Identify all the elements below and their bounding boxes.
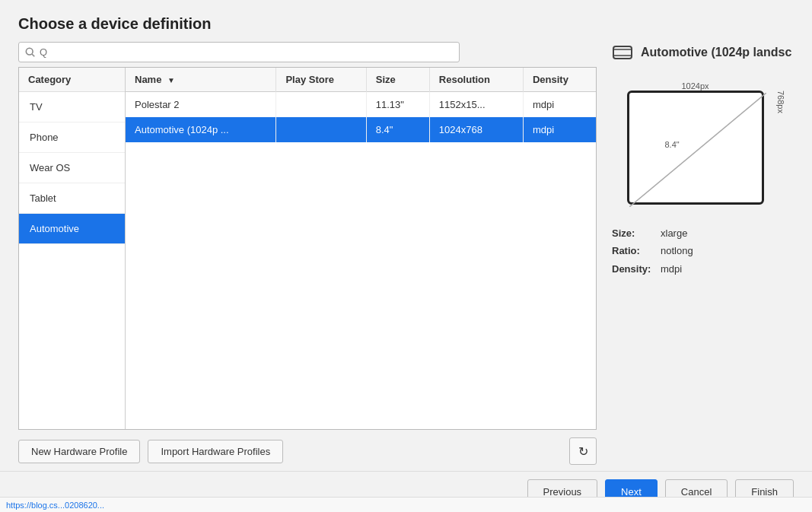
- search-bar: [18, 42, 460, 62]
- spec-ratio-row: Ratio: notlong: [612, 242, 794, 259]
- dialog-title: Choose a device definition: [0, 0, 812, 42]
- spec-ratio-label: Ratio:: [612, 242, 658, 259]
- left-panel: Category TV Phone Wear OS Tablet Automot…: [18, 42, 597, 471]
- spec-density-value: mdpi: [661, 260, 682, 278]
- table-row[interactable]: Polestar 2 11.13" 1152x15... mdpi: [126, 92, 596, 118]
- cell-play-store: [276, 117, 366, 142]
- svg-line-5: [629, 93, 766, 207]
- svg-rect-2: [613, 46, 632, 59]
- cell-size: 8.4": [366, 117, 429, 142]
- refresh-icon: ↻: [578, 444, 588, 459]
- cell-name: Polestar 2: [126, 92, 276, 118]
- cell-density: mdpi: [523, 117, 596, 142]
- sidebar-item-tv[interactable]: TV: [19, 92, 125, 122]
- spec-size-row: Size: xlarge: [612, 224, 794, 242]
- spec-ratio-value: notlong: [661, 242, 693, 259]
- device-preview-title: Automotive (1024p landsc: [612, 42, 794, 63]
- col-header-size[interactable]: Size: [366, 68, 429, 92]
- category-header: Category: [19, 68, 125, 92]
- svg-line-1: [32, 54, 34, 56]
- bottom-actions: New Hardware Profile Import Hardware Pro…: [18, 430, 597, 471]
- dim-height-label: 768px: [776, 91, 785, 205]
- cell-density: mdpi: [523, 92, 596, 118]
- cell-size: 11.13": [366, 92, 429, 118]
- sidebar-item-tablet[interactable]: Tablet: [19, 183, 125, 214]
- url-text: https://blog.cs...0208620...: [6, 501, 104, 510]
- cell-resolution: 1024x768: [429, 117, 523, 142]
- dim-diagonal-label: 8.4": [665, 140, 680, 149]
- col-header-density[interactable]: Density: [523, 68, 596, 92]
- spec-density-row: Density: mdpi: [612, 260, 794, 278]
- new-hardware-profile-button[interactable]: New Hardware Profile: [18, 440, 140, 463]
- right-panel: Automotive (1024p landsc 1024px 768px 8.…: [597, 42, 794, 471]
- sidebar-item-automotive[interactable]: Automotive: [19, 214, 125, 244]
- device-preview-icon: [612, 42, 633, 63]
- search-input[interactable]: [40, 46, 453, 58]
- device-frame: [627, 91, 764, 205]
- spec-size-label: Size:: [612, 224, 658, 242]
- device-diagonal-line: [629, 93, 766, 207]
- table-row[interactable]: Automotive (1024p ... 8.4" 1024x768 mdpi: [126, 117, 596, 142]
- spec-density-label: Density:: [612, 260, 658, 278]
- device-specs: Size: xlarge Ratio: notlong Density: mdp…: [612, 224, 794, 278]
- col-header-play-store[interactable]: Play Store: [276, 68, 366, 92]
- device-table-wrap: Name ▼ Play Store Size Resolution Densit…: [126, 68, 596, 429]
- dialog-body: Category TV Phone Wear OS Tablet Automot…: [0, 42, 812, 471]
- search-icon: [25, 47, 36, 58]
- import-hardware-profiles-button[interactable]: Import Hardware Profiles: [148, 440, 283, 463]
- refresh-button[interactable]: ↻: [569, 437, 597, 465]
- dim-width-label: 1024px: [627, 81, 764, 91]
- svg-point-0: [26, 48, 33, 55]
- cell-resolution: 1152x15...: [429, 92, 523, 118]
- sort-arrow-icon: ▼: [167, 76, 175, 84]
- table-area: Category TV Phone Wear OS Tablet Automot…: [18, 67, 597, 430]
- col-header-resolution[interactable]: Resolution: [429, 68, 523, 92]
- dialog: Choose a device definition Category TV P…: [0, 0, 812, 512]
- sidebar-item-wear-os[interactable]: Wear OS: [19, 153, 125, 183]
- sidebar-item-phone[interactable]: Phone: [19, 122, 125, 153]
- device-diagram: 1024px 768px 8.4": [619, 75, 787, 212]
- table-header-row: Name ▼ Play Store Size Resolution Densit…: [126, 68, 596, 92]
- spec-size-value: xlarge: [661, 224, 687, 242]
- device-table: Name ▼ Play Store Size Resolution Densit…: [126, 68, 596, 142]
- cell-play-store: [276, 92, 366, 118]
- url-bar: https://blog.cs...0208620...: [0, 497, 812, 512]
- category-list: Category TV Phone Wear OS Tablet Automot…: [19, 68, 126, 429]
- cell-name: Automotive (1024p ...: [126, 117, 276, 142]
- col-header-name[interactable]: Name ▼: [126, 68, 276, 92]
